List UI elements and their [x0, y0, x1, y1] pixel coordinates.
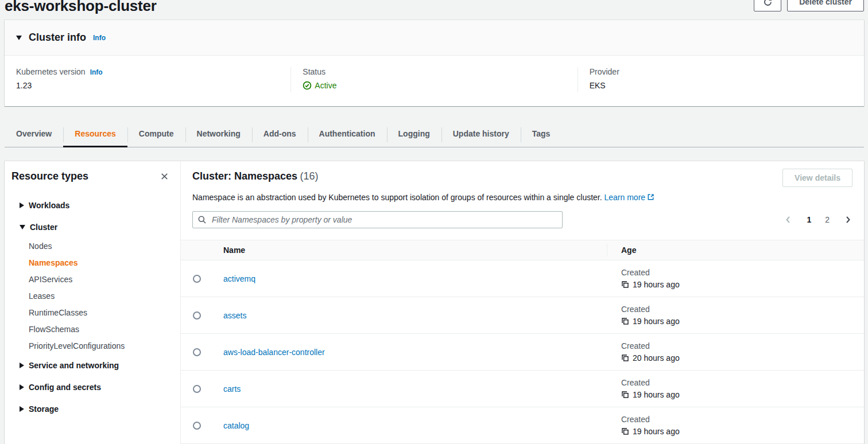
sidebar-item-flowschemas[interactable]: FlowSchemas [5, 321, 180, 338]
tab-networking[interactable]: Networking [185, 120, 252, 147]
sidebar-group-config-and-secrets[interactable]: Config and secrets [5, 376, 180, 398]
resource-types-title: Resource types [11, 170, 88, 182]
cluster-info-body: Kubernetes version Info 1.23 Status Acti… [5, 56, 864, 106]
tab-compute[interactable]: Compute [127, 120, 185, 147]
age-value: 19 hours ago [633, 390, 680, 399]
row-radio-button[interactable] [193, 385, 201, 393]
provider-field: Provider EKS [578, 67, 864, 92]
sidebar-group-workloads[interactable]: Workloads [5, 194, 180, 216]
sidebar-item-leases[interactable]: Leases [5, 288, 180, 305]
namespaces-title: Cluster: Namespaces [192, 170, 297, 182]
status-value: Active [315, 81, 336, 90]
tab-logging[interactable]: Logging [387, 120, 441, 147]
row-radio-button[interactable] [193, 311, 201, 320]
learn-more-link[interactable]: Learn more [604, 193, 655, 202]
refresh-button[interactable] [754, 0, 781, 11]
status-check-icon [303, 81, 312, 90]
caret-right-icon [20, 384, 24, 390]
caret-down-icon [20, 225, 25, 229]
pagination: 1 2 [784, 215, 852, 224]
sidebar-item-apiservices[interactable]: APIServices [5, 271, 180, 288]
sidebar-item-runtimeclasses[interactable]: RuntimeClasses [5, 305, 180, 321]
external-link-icon [647, 193, 654, 203]
kubernetes-version-value: 1.23 [16, 81, 279, 90]
status-field: Status Active [290, 67, 577, 92]
row-radio-button[interactable] [193, 348, 201, 356]
namespace-link[interactable]: aws-load-balancer-controller [223, 348, 325, 357]
delete-cluster-button[interactable]: Delete cluster [787, 0, 864, 11]
previous-page-icon[interactable] [784, 215, 793, 224]
tab-add-ons[interactable]: Add-ons [252, 120, 308, 147]
description-text: Namespace is an abstraction used by Kube… [192, 193, 602, 202]
namespace-link[interactable]: catalog [223, 421, 249, 430]
caret-right-icon [20, 202, 24, 208]
table-row: activemq Created 19 hours ago [181, 260, 864, 297]
provider-label: Provider [590, 67, 619, 76]
caret-right-icon [20, 363, 24, 368]
collapse-caret-icon[interactable] [16, 36, 22, 40]
tab-overview[interactable]: Overview [5, 120, 63, 147]
cluster-info-title: Cluster info [29, 32, 86, 44]
copy-icon[interactable] [621, 427, 629, 435]
namespace-link[interactable]: activemq [223, 274, 255, 283]
sidebar-group-cluster[interactable]: Cluster [5, 216, 180, 238]
copy-icon[interactable] [621, 391, 629, 399]
resource-types-sidebar: Resource types Workloads Cluster NodesNa… [5, 161, 181, 444]
kubernetes-version-label: Kubernetes version [16, 67, 86, 76]
status-badge: Active [303, 81, 336, 90]
tab-update-history[interactable]: Update history [441, 120, 521, 147]
age-value: 20 hours ago [633, 353, 680, 363]
table-header: Name Age [181, 240, 864, 260]
copy-icon[interactable] [621, 354, 629, 362]
namespaces-description: Namespace is an abstraction used by Kube… [181, 193, 864, 203]
view-details-button[interactable]: View details [782, 169, 852, 187]
created-label: Created [621, 305, 864, 314]
namespaces-heading: Cluster: Namespaces (16) [192, 170, 319, 182]
next-page-icon[interactable] [843, 215, 852, 224]
status-label: Status [303, 67, 326, 76]
copy-icon[interactable] [621, 281, 629, 289]
page-number-1[interactable]: 1 [807, 215, 811, 224]
tab-tags[interactable]: Tags [521, 120, 562, 147]
row-radio-button[interactable] [193, 275, 201, 283]
refresh-icon [763, 0, 773, 7]
search-icon [197, 215, 207, 224]
page-number-2[interactable]: 2 [825, 215, 830, 224]
caret-right-icon [20, 406, 24, 412]
cluster-info-header[interactable]: Cluster info Info [5, 20, 864, 56]
resources-panel: Resource types Workloads Cluster NodesNa… [5, 161, 864, 444]
kubernetes-version-info-link[interactable]: Info [90, 68, 103, 76]
column-header-name: Name [223, 246, 607, 255]
header-actions: Delete cluster [754, 0, 864, 11]
age-value: 19 hours ago [633, 280, 680, 289]
eks-console-screen: eks-workshop-cluster Delete cluster Clus… [0, 0, 868, 444]
sidebar-group-service-and-networking[interactable]: Service and networking [5, 355, 180, 376]
page-header: eks-workshop-cluster Delete cluster [5, 0, 864, 12]
namespaces-count: (16) [300, 170, 319, 182]
filter-box [192, 211, 563, 228]
tab-authentication[interactable]: Authentication [308, 120, 387, 147]
table-row: aws-load-balancer-controller Created 20 … [181, 334, 864, 371]
created-label: Created [621, 415, 864, 424]
cluster-tabs: OverviewResourcesComputeNetworkingAdd-on… [5, 120, 864, 147]
sidebar-item-prioritylevelconfigurations[interactable]: PriorityLevelConfigurations [5, 338, 180, 355]
close-icon[interactable] [158, 171, 170, 182]
table-row: assets Created 19 hours ago [181, 297, 864, 334]
tab-resources[interactable]: Resources [63, 120, 127, 147]
provider-value: EKS [590, 81, 852, 90]
created-label: Created [621, 268, 864, 277]
namespace-link[interactable]: assets [223, 311, 246, 320]
sidebar-group-storage[interactable]: Storage [5, 398, 180, 420]
namespace-link[interactable]: carts [223, 384, 241, 394]
page-title: eks-workshop-cluster [5, 0, 864, 14]
sidebar-item-namespaces[interactable]: Namespaces [5, 255, 180, 271]
filter-input[interactable] [192, 211, 563, 228]
namespaces-main: Cluster: Namespaces (16) View details Na… [181, 161, 864, 444]
cluster-info-info-link[interactable]: Info [93, 34, 106, 42]
table-row: catalog Created 19 hours ago [181, 407, 864, 444]
sidebar-item-nodes[interactable]: Nodes [5, 238, 180, 255]
copy-icon[interactable] [621, 317, 629, 325]
cluster-info-panel: Cluster info Info Kubernetes version Inf… [5, 20, 864, 106]
kubernetes-version-field: Kubernetes version Info 1.23 [5, 67, 290, 92]
row-radio-button[interactable] [193, 422, 201, 430]
